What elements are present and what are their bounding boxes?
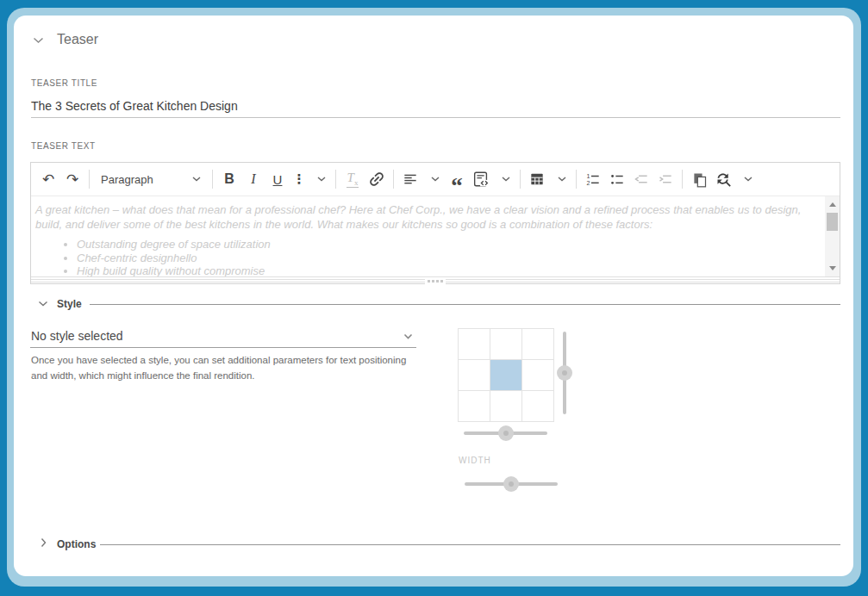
richtext-content[interactable]: A great kitchen – what does that mean fo… <box>31 196 840 276</box>
editor-resize-handle[interactable] <box>31 276 840 284</box>
italic-button[interactable]: I <box>241 166 265 192</box>
italic-icon: I <box>251 171 255 187</box>
teaser-title-underline <box>31 117 840 118</box>
find-replace-dropdown[interactable] <box>739 166 758 192</box>
bullet-list-button[interactable] <box>605 166 629 192</box>
underline-icon: U <box>273 172 283 187</box>
undo-icon: ↶ <box>42 172 54 187</box>
toolbar-separator <box>576 170 577 189</box>
undo-button[interactable]: ↶ <box>36 166 60 192</box>
toolbar-separator <box>393 170 394 189</box>
style-section-rule <box>90 304 840 305</box>
svg-text:1: 1 <box>587 173 590 180</box>
bold-icon: B <box>224 171 234 187</box>
richtext-bullet-list: Outstanding degree of space utilizationC… <box>35 238 818 276</box>
table-icon <box>528 171 546 188</box>
richtext-toolbar: ↶ ↷ Paragraph B I U ⋮ Tx <box>31 163 840 196</box>
editor-scrollbar[interactable] <box>825 196 840 276</box>
teaser-title-input[interactable]: The 3 Secrets of Great Kitchen Design <box>31 99 238 113</box>
position-cell-3-2[interactable] <box>490 391 522 422</box>
chevron-down-icon <box>744 177 752 182</box>
code-block-button[interactable] <box>469 166 493 192</box>
bullet-item: Outstanding degree of space utilization <box>77 238 818 251</box>
position-grid <box>458 328 554 422</box>
indent-button[interactable] <box>653 166 678 192</box>
chevron-down-icon <box>431 177 440 182</box>
scroll-up-icon[interactable] <box>829 202 836 207</box>
redo-icon: ↷ <box>66 172 78 187</box>
width-label: WIDTH <box>459 456 491 465</box>
chevron-down-icon <box>192 177 201 182</box>
teaser-editor-window: Teaser TEASER TITLE The 3 Secrets of Gre… <box>0 0 868 596</box>
options-section-rule <box>100 544 840 545</box>
toolbar-separator <box>335 170 336 189</box>
position-cell-2-3[interactable] <box>522 360 554 391</box>
position-cell-3-3[interactable] <box>522 391 554 422</box>
paste-icon <box>690 171 709 189</box>
clear-formatting-button[interactable]: Tx <box>340 166 365 192</box>
paragraph-format-select[interactable]: Paragraph <box>94 166 208 192</box>
chevron-down-icon[interactable] <box>38 301 48 307</box>
redo-button[interactable]: ↷ <box>60 166 84 192</box>
align-left-icon <box>402 171 419 188</box>
position-cell-3-1[interactable] <box>459 391 490 422</box>
chevron-right-icon[interactable] <box>41 537 47 548</box>
vertical-ellipsis-icon: ⋮ <box>293 171 306 187</box>
chevron-down-icon <box>502 177 510 182</box>
link-icon <box>367 170 386 189</box>
style-section-title[interactable]: Style <box>57 298 82 310</box>
style-description: Once you have selected a style, you can … <box>31 352 421 383</box>
align-dropdown[interactable] <box>426 166 445 192</box>
chevron-down-icon <box>317 177 326 182</box>
indent-icon <box>657 171 674 188</box>
richtext-editor: ↶ ↷ Paragraph B I U ⋮ Tx <box>30 162 840 284</box>
bold-button[interactable]: B <box>217 166 241 192</box>
options-section-title[interactable]: Options <box>57 538 96 550</box>
position-cell-1-1[interactable] <box>459 329 490 360</box>
horizontal-slider-thumb[interactable] <box>498 425 514 441</box>
width-slider-thumb[interactable] <box>503 476 519 492</box>
position-cell-1-2[interactable] <box>490 329 522 360</box>
resize-grip-icon[interactable] <box>425 278 446 284</box>
more-formatting-button[interactable]: ⋮ <box>290 166 309 192</box>
align-button[interactable] <box>398 166 422 192</box>
toolbar-separator <box>682 170 683 189</box>
table-dropdown[interactable] <box>553 166 571 192</box>
style-select-underline <box>30 347 416 348</box>
chevron-down-icon[interactable] <box>403 333 413 339</box>
style-select[interactable]: No style selected <box>31 329 123 343</box>
panel-title[interactable]: Teaser <box>57 32 98 47</box>
numbered-list-icon: 1 2 <box>584 171 602 188</box>
position-cell-2-2[interactable] <box>490 360 522 391</box>
position-cell-2-1[interactable] <box>459 360 490 391</box>
bullet-list-icon <box>609 171 626 188</box>
chevron-down-icon <box>558 177 566 182</box>
numbered-list-button[interactable]: 1 2 <box>581 166 605 192</box>
svg-text:2: 2 <box>587 180 590 187</box>
paragraph-format-value: Paragraph <box>101 173 153 186</box>
more-formatting-dropdown[interactable] <box>312 166 331 192</box>
position-cell-1-3[interactable] <box>522 329 554 360</box>
code-block-dropdown[interactable] <box>496 166 515 192</box>
toolbar-separator <box>212 170 213 189</box>
richtext-paragraph: A great kitchen – what does that mean fo… <box>35 203 818 232</box>
table-button[interactable] <box>525 166 549 192</box>
find-replace-button[interactable] <box>711 166 735 192</box>
outdent-icon <box>633 171 650 188</box>
blockquote-button[interactable]: “ <box>445 166 469 192</box>
bullet-item: Chef-centric designhello <box>77 251 818 265</box>
chevron-down-icon[interactable] <box>33 37 44 44</box>
link-button[interactable] <box>365 166 389 192</box>
vertical-slider-thumb[interactable] <box>557 365 572 381</box>
scrollbar-thumb[interactable] <box>827 213 838 231</box>
underline-button[interactable]: U <box>265 166 290 192</box>
outdent-button[interactable] <box>629 166 653 192</box>
paste-button[interactable] <box>687 166 711 192</box>
teaser-title-label: TEASER TITLE <box>31 78 97 88</box>
scroll-down-icon[interactable] <box>829 266 836 270</box>
richtext-text: A great kitchen – what does that mean fo… <box>35 203 818 276</box>
bullet-item: High build quality without compromise <box>77 264 818 276</box>
find-replace-icon <box>715 171 733 189</box>
toolbar-separator <box>89 170 90 189</box>
clear-formatting-icon: Tx <box>347 171 359 188</box>
